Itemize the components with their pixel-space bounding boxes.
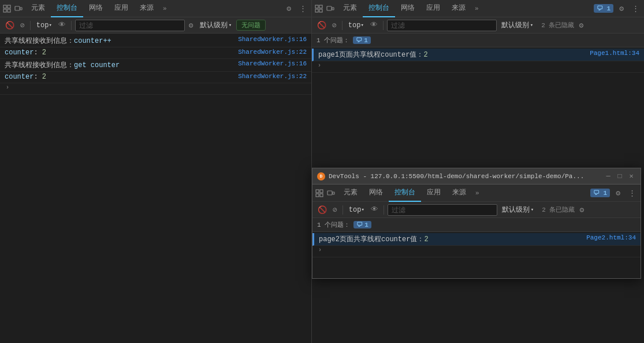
floating-context-dropdown[interactable]: top ▾: [347, 206, 367, 214]
floating-level-dropdown[interactable]: 默认级别 ▾: [500, 205, 536, 215]
right-clear-icon[interactable]: ⊘: [330, 20, 338, 31]
console-text-info: page1页面共享线程counter值：2: [318, 50, 590, 60]
floating-tab-console[interactable]: 控制台: [389, 185, 421, 202]
floating-filter-input[interactable]: [388, 204, 497, 216]
right-context-label: top: [348, 21, 361, 29]
right-eye-icon[interactable]: 👁: [368, 20, 379, 31]
floating-badge-count: 1: [604, 190, 608, 197]
restore-button[interactable]: □: [615, 172, 624, 181]
right-tab-elements[interactable]: 元素: [337, 0, 363, 17]
tab-sources[interactable]: 来源: [134, 0, 159, 17]
device-icon[interactable]: [14, 4, 23, 13]
floating-tab-sources[interactable]: 来源: [446, 185, 472, 202]
issues-badge-btn[interactable]: 🗩 1: [594, 4, 613, 13]
right-block-icon[interactable]: 🚫: [315, 20, 328, 31]
no-issues-badge: 无问题: [236, 20, 266, 31]
floating-badge-btn[interactable]: 🗩 1: [590, 189, 610, 197]
right-tab-console[interactable]: 控制台: [363, 0, 395, 17]
svg-rect-13: [320, 190, 323, 193]
left-tab-bar: 元素 控制台 网络 应用 来源 » ⚙ ⋮: [0, 0, 311, 17]
right-settings-btn[interactable]: ⚙: [617, 3, 626, 14]
console-expand-row: ›: [0, 83, 311, 95]
left-console-content: 共享线程接收到信息：counter++ SharedWorker.js:16 c…: [0, 34, 311, 343]
right-issues-label: 1 个问题：: [317, 36, 349, 45]
issues-count: 1: [364, 37, 368, 44]
floating-block-icon[interactable]: 🚫: [316, 204, 329, 216]
filter-input[interactable]: [75, 20, 185, 31]
right-tab-application[interactable]: 应用: [420, 0, 446, 17]
floating-tab-application[interactable]: 应用: [421, 185, 446, 202]
minimize-button[interactable]: —: [604, 172, 613, 181]
tab-elements[interactable]: 元素: [25, 0, 51, 17]
context-dropdown[interactable]: top ▾: [34, 21, 54, 29]
floating-clear-icon[interactable]: ⊘: [331, 204, 339, 216]
floating-tab-network[interactable]: 网络: [363, 185, 389, 202]
floating-issues-count: 1: [364, 222, 368, 228]
console-link[interactable]: SharedWorker.js:16: [238, 60, 307, 67]
devtools-root: 元素 控制台 网络 应用 来源 » ⚙ ⋮ 🚫 ⊘ top ▾ 👁 ⚙: [0, 0, 644, 343]
right-more-tabs[interactable]: »: [471, 5, 482, 12]
floating-issues-badge[interactable]: 🗩 1: [353, 221, 371, 228]
expand-arrow[interactable]: ›: [5, 84, 10, 91]
level-dropdown[interactable]: 默认级别 ▾: [198, 20, 234, 30]
floating-badge-icon: 🗩: [593, 190, 600, 197]
block-icon[interactable]: 🚫: [3, 20, 16, 31]
floating-toolbar-settings[interactable]: ⚙: [579, 205, 584, 215]
svg-rect-7: [319, 5, 322, 8]
right-level-chevron: ▾: [530, 22, 533, 28]
console-link[interactable]: SharedWorker.js:16: [238, 36, 307, 43]
tab-console[interactable]: 控制台: [51, 0, 83, 17]
window-controls: — □ ✕: [604, 172, 636, 181]
right-expand-arrow[interactable]: ›: [317, 62, 322, 69]
console-link[interactable]: SharedWorker.js:22: [238, 73, 307, 80]
right-toolbar-settings[interactable]: ⚙: [579, 21, 583, 30]
floating-level-label: 默认级别: [502, 205, 530, 215]
console-link[interactable]: SharedWorker.js:22: [238, 49, 307, 56]
floating-tab-elements[interactable]: 元素: [338, 185, 363, 202]
right-issues-badge[interactable]: 🗩 1: [353, 36, 371, 44]
level-label: 默认级别: [200, 20, 228, 30]
floating-eye-icon[interactable]: 👁: [369, 204, 380, 215]
floating-more-tabs[interactable]: »: [472, 190, 483, 197]
floating-inspect-icon[interactable]: [315, 189, 324, 198]
floating-tab-actions: 🗩 1 ⚙ ⋮: [590, 187, 638, 199]
floating-more-btn[interactable]: ⋮: [626, 187, 638, 199]
close-button[interactable]: ✕: [627, 172, 636, 181]
floating-tab-bar: 元素 网络 控制台 应用 来源 » 🗩 1 ⚙ ⋮: [312, 185, 641, 202]
window-titlebar: D DevTools - 127.0.0.1:5500/html-demo/sh…: [312, 168, 641, 185]
right-level-dropdown[interactable]: 默认级别 ▾: [499, 20, 535, 30]
left-panel: 元素 控制台 网络 应用 来源 » ⚙ ⋮ 🚫 ⊘ top ▾ 👁 ⚙: [0, 0, 312, 343]
floating-level-chevron: ▾: [531, 206, 534, 213]
svg-rect-16: [327, 191, 332, 195]
svg-rect-5: [20, 8, 22, 10]
floating-device-icon[interactable]: [326, 189, 336, 198]
floating-console-content: page2页面共享线程counter值：2 Page2.html:34 ›: [312, 232, 641, 278]
inspect-icon-right[interactable]: [314, 4, 323, 13]
floating-expand-arrow[interactable]: ›: [317, 247, 323, 253]
device-icon-right[interactable]: [326, 4, 335, 13]
floating-settings-btn[interactable]: ⚙: [613, 187, 623, 199]
svg-rect-14: [316, 194, 319, 197]
more-tabs-icon[interactable]: »: [159, 5, 170, 12]
settings-button[interactable]: ⚙: [284, 3, 293, 14]
right-more-btn[interactable]: ⋮: [630, 3, 642, 14]
right-tab-sources[interactable]: 来源: [446, 0, 471, 17]
floating-console-link[interactable]: Page2.html:34: [586, 234, 636, 241]
floating-issues-label: 1 个问题：: [317, 220, 350, 229]
right-console-link[interactable]: Page1.html:34: [590, 50, 639, 57]
console-text: 共享线程接收到信息：counter++: [5, 36, 238, 46]
floating-console-text: page2页面共享线程counter值：2: [319, 234, 586, 244]
eye-icon[interactable]: 👁: [57, 20, 68, 31]
console-row: 共享线程接收到信息：get counter SharedWorker.js:16: [0, 59, 311, 72]
clear-icon[interactable]: ⊘: [18, 20, 27, 31]
gear-icon[interactable]: ⚙: [187, 20, 195, 31]
tab-application[interactable]: 应用: [109, 0, 134, 17]
more-options-button[interactable]: ⋮: [297, 3, 309, 14]
right-tab-network[interactable]: 网络: [395, 0, 420, 17]
right-filter-input[interactable]: [387, 20, 497, 31]
context-label: top: [36, 21, 49, 29]
inspect-icon[interactable]: [2, 4, 12, 13]
tab-network[interactable]: 网络: [83, 0, 109, 17]
right-context-dropdown[interactable]: top ▾: [346, 21, 366, 29]
right-toolbar: 🚫 ⊘ top ▾ 👁 默认级别 ▾ 2 条已隐藏 ⚙: [312, 17, 644, 34]
